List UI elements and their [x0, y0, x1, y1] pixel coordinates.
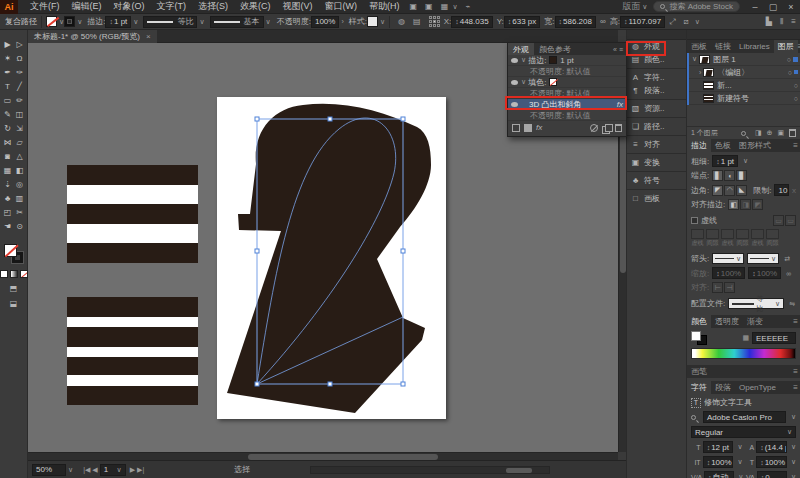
touch-type-tool-button[interactable]: T 修饰文字工具	[691, 397, 796, 408]
chevron-down-icon[interactable]: ∨	[791, 473, 796, 478]
opacity-more-icon[interactable]: ›	[341, 18, 343, 25]
eraser-tool[interactable]: ◫	[16, 110, 24, 120]
font-size-field[interactable]: ↕12 pt	[703, 441, 734, 453]
chevron-down-icon[interactable]: ∨	[695, 18, 700, 26]
panel-menu-icon[interactable]: ≡	[793, 367, 798, 376]
flip-along-icon[interactable]: ⇋	[789, 300, 795, 308]
appearance-row-fill[interactable]: ∨ 填色:	[508, 77, 626, 88]
font-name-field[interactable]: Adobe Caslon Pro	[703, 411, 786, 423]
eyedropper-tool[interactable]: ⇣	[4, 180, 11, 190]
hand-tool[interactable]: ☚	[4, 222, 11, 232]
tab-links[interactable]: 链接	[711, 40, 735, 53]
line-segment-tool[interactable]: ╱	[17, 82, 22, 92]
butt-cap-button[interactable]: ▋	[712, 170, 723, 181]
chevron-down-icon[interactable]: ∨	[791, 458, 796, 466]
scale-tool[interactable]: ⇲	[16, 124, 23, 134]
dock-item-transform[interactable]: ▣变换	[627, 156, 686, 169]
adobe-stock-search[interactable]: 搜索 Adobe Stock	[653, 1, 740, 12]
expander-icon[interactable]: ∨	[692, 55, 697, 63]
chevron-down-icon[interactable]: ∨	[133, 18, 138, 26]
kerning-field[interactable]: ↕自动	[704, 471, 734, 478]
lasso-tool[interactable]: Ω	[17, 54, 23, 64]
menu-window[interactable]: 窗口(W)	[319, 0, 364, 13]
stroke-weight-field[interactable]: ↕1 pt	[712, 155, 738, 167]
tab-stroke[interactable]: 描边	[687, 139, 711, 152]
duplicate-item-icon[interactable]	[602, 124, 611, 132]
tab-color-guide[interactable]: 颜色参考	[534, 43, 576, 55]
arrow-scale-end-field[interactable]: ↕100%	[748, 267, 781, 279]
shear-icon[interactable]: ⧄	[680, 17, 693, 27]
dock-collapse-strip[interactable]	[627, 30, 686, 40]
stroke-swatch[interactable]	[64, 16, 75, 27]
tab-color[interactable]: 颜色	[687, 315, 711, 328]
panel-menu-icon[interactable]: ≡	[619, 46, 623, 53]
tab-paragraph[interactable]: 段落	[711, 381, 735, 394]
panel-options-icon[interactable]: ≡	[787, 17, 800, 26]
round-join-button[interactable]: ◠	[724, 185, 735, 196]
draw-mode-icon[interactable]: ⬒	[10, 284, 18, 293]
extruded-2-shape[interactable]	[227, 104, 431, 413]
next-artboard-icon[interactable]: ▶	[130, 466, 135, 474]
new-sublayer-icon[interactable]: ⊕	[767, 129, 773, 137]
clear-appearance-icon[interactable]	[590, 124, 598, 132]
dash-field[interactable]	[751, 229, 764, 239]
arrow-scale-start-field[interactable]: ↕100%	[712, 267, 745, 279]
dock-item-color-themes[interactable]: ▤颜色..	[627, 53, 686, 66]
projecting-cap-button[interactable]: ▊	[736, 170, 747, 181]
dock-item-appearance[interactable]: ◍外观	[627, 40, 686, 53]
layer-row-4[interactable]: 新建符号 ○	[687, 92, 800, 105]
chevron-down-icon[interactable]: ∨	[199, 18, 204, 26]
dock-item-character-styles[interactable]: A字符..	[627, 71, 686, 84]
dash-align-button[interactable]: ▭	[785, 215, 796, 226]
delete-layer-icon[interactable]	[789, 129, 796, 137]
appearance-row-fill-opacity[interactable]: 不透明度: 默认值	[508, 88, 626, 99]
hex-field[interactable]: EEEEEE	[752, 332, 796, 344]
tab-transparency[interactable]: 透明度	[711, 315, 743, 328]
status-scrollbar-thumb[interactable]	[506, 468, 532, 473]
stroke-color-swatch[interactable]	[549, 56, 557, 64]
effect-label[interactable]: 3D 凸出和斜角	[529, 99, 581, 110]
layout-menu-icon[interactable]: ▦ ∨	[437, 2, 462, 11]
striped-artwork-1[interactable]	[67, 165, 198, 263]
stepper-icon[interactable]: ↕	[109, 18, 113, 25]
leading-field[interactable]: ↕(14.4 pt)	[756, 441, 787, 453]
align-inside-button[interactable]: ◨	[740, 199, 751, 210]
tab-libraries[interactable]: Libraries	[735, 40, 774, 53]
panel-menu-icon[interactable]: ≡	[793, 141, 798, 150]
chevron-down-icon[interactable]: ∨	[521, 56, 526, 64]
close-tab-icon[interactable]: ×	[146, 32, 151, 41]
maximize-button[interactable]: ▢	[764, 2, 782, 12]
tab-layers[interactable]: 图层	[774, 40, 798, 53]
artboard-number-field[interactable]: 1∨	[100, 464, 126, 476]
make-mask-icon[interactable]: ◨	[755, 129, 762, 137]
link-scale-icon[interactable]: ∞	[786, 270, 791, 277]
visibility-eye-icon[interactable]	[511, 80, 518, 85]
arrow-align-end-button[interactable]: ⊣	[724, 282, 735, 293]
app-logo[interactable]: Ai	[0, 0, 18, 14]
arrowhead-end-dropdown[interactable]: ∨	[747, 253, 779, 264]
fill-proxy-none[interactable]	[4, 244, 17, 257]
last-artboard-icon[interactable]: ▶|	[137, 466, 144, 474]
first-artboard-icon[interactable]: |◀	[83, 466, 90, 474]
distribute-objects-icon[interactable]: ⫴	[776, 17, 787, 27]
share-icon[interactable]: ⌁	[462, 2, 475, 11]
free-transform-tool[interactable]: ▱	[16, 138, 22, 148]
panel-menu-icon[interactable]: ≡	[793, 383, 798, 392]
document-setup-icon[interactable]: ▤	[409, 17, 425, 26]
locate-object-icon[interactable]	[741, 131, 746, 136]
gap-field[interactable]	[766, 229, 779, 239]
curvature-tool[interactable]: ✑	[16, 68, 23, 78]
new-fill-icon[interactable]	[524, 124, 532, 132]
chevron-down-icon[interactable]: ∨	[737, 443, 742, 451]
recolor-artwork-icon[interactable]: ◍	[394, 17, 409, 26]
dash-field[interactable]	[691, 229, 704, 239]
rotate-tool[interactable]: ↻	[4, 124, 11, 134]
x-field[interactable]: ↕448.035	[451, 16, 492, 28]
layer-name[interactable]: 新建符号	[717, 93, 749, 104]
layer-name[interactable]: 新...	[717, 80, 732, 91]
tab-appearance[interactable]: 外观	[508, 43, 534, 55]
appearance-row-stroke-opacity[interactable]: 不透明度: 默认值	[508, 66, 626, 77]
status-scrollbar[interactable]	[310, 466, 550, 474]
stroke-weight-field[interactable]: ↕1 pt	[105, 16, 131, 28]
dock-item-align[interactable]: ≡对齐	[627, 138, 686, 151]
